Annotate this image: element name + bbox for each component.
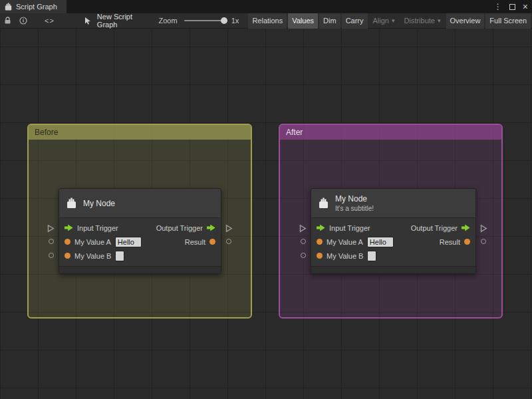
node-my-node-after[interactable]: My Node It's a subtitle! Input Trigger O… <box>311 188 476 274</box>
tab-title: Script Graph <box>16 3 57 11</box>
port-row: My Value A Result <box>311 235 475 249</box>
port-row: My Value B <box>59 249 221 263</box>
value-port-icon[interactable] <box>301 239 306 244</box>
port-row: Input Trigger Output Trigger <box>311 221 475 235</box>
close-icon[interactable]: × <box>523 0 528 13</box>
value-port-icon[interactable] <box>481 239 486 244</box>
group-after-header[interactable]: After <box>280 125 501 140</box>
value-port-dot[interactable] <box>317 239 323 245</box>
value-port-dot[interactable] <box>209 239 215 245</box>
value-port-dot[interactable] <box>464 239 470 245</box>
script-graph-window: Script Graph ⋮ × <> Ne <box>0 0 532 399</box>
toolbar-buttons: Relations Values Dim Carry Align ▾ Distr… <box>248 13 532 29</box>
relations-button[interactable]: Relations <box>248 13 287 29</box>
value-a-input[interactable] <box>367 237 394 247</box>
align-button[interactable]: Align ▾ <box>369 13 399 29</box>
value-a-input[interactable] <box>115 237 142 247</box>
trigger-in-arrow-icon[interactable] <box>317 224 325 231</box>
lock-icon[interactable] <box>4 17 11 25</box>
port-label: Output Trigger <box>156 224 203 232</box>
script-machine-icon <box>66 198 77 209</box>
chevron-down-icon: ▾ <box>392 17 395 24</box>
tab-script-graph[interactable]: Script Graph <box>0 0 66 13</box>
node-footer <box>311 266 475 273</box>
port-row: My Value A Result <box>59 235 221 249</box>
node-body: Input Trigger Output Trigger My Value A <box>311 218 475 266</box>
more-menu-icon[interactable]: ⋮ <box>494 0 502 13</box>
zoom-label: Zoom <box>159 17 178 25</box>
info-icon[interactable] <box>19 17 27 25</box>
script-machine-icon <box>318 198 329 209</box>
trigger-port-icon[interactable] <box>47 224 55 234</box>
port-label: Output Trigger <box>411 224 458 232</box>
value-port-dot[interactable] <box>65 253 70 259</box>
graph-toolbar: <> New Script Graph Zoom 1x Relations Va… <box>0 13 532 29</box>
fullscreen-button[interactable]: Full Screen <box>485 13 531 29</box>
value-port-dot[interactable] <box>65 239 70 245</box>
node-footer <box>59 266 221 273</box>
trigger-in-arrow-icon[interactable] <box>65 224 73 231</box>
pointer-icon <box>84 17 92 25</box>
zoom-slider[interactable] <box>184 17 227 25</box>
maximize-icon[interactable] <box>509 4 515 10</box>
trigger-port-icon[interactable] <box>225 224 233 234</box>
value-port-icon[interactable] <box>49 253 54 258</box>
port-label: Result <box>185 238 205 246</box>
port-label: My Value B <box>327 252 363 260</box>
code-icon[interactable]: <> <box>45 17 55 25</box>
port-label: My Value B <box>74 252 111 260</box>
script-graph-tab-icon <box>4 3 13 11</box>
zoom-value: 1x <box>231 17 239 25</box>
value-port-dot[interactable] <box>317 253 323 259</box>
overview-button[interactable]: Overview <box>446 13 485 29</box>
graph-canvas[interactable]: Before After My Node <box>0 29 532 399</box>
port-label: Result <box>440 238 460 246</box>
window-controls: ⋮ × <box>494 0 528 13</box>
node-header[interactable]: My Node <box>59 189 221 218</box>
group-before-title: Before <box>35 128 58 137</box>
dim-button[interactable]: Dim <box>319 13 340 29</box>
distribute-button[interactable]: Distribute ▾ <box>400 13 445 29</box>
port-label: My Value A <box>327 238 363 246</box>
port-label: Input Trigger <box>77 224 118 232</box>
value-b-input[interactable] <box>367 251 376 261</box>
node-body: Input Trigger Output Trigger My Value A <box>59 218 221 266</box>
port-label: My Value A <box>74 238 111 246</box>
zoom-slider-knob[interactable] <box>221 17 227 24</box>
chevron-down-icon: ▾ <box>438 17 441 24</box>
trigger-port-icon[interactable] <box>480 224 487 234</box>
node-title: My Node <box>83 199 115 208</box>
node-my-node-before[interactable]: My Node Input Trigger Output Trigger <box>59 188 221 274</box>
values-button[interactable]: Values <box>288 13 318 29</box>
value-port-icon[interactable] <box>226 239 231 244</box>
group-before-header[interactable]: Before <box>29 125 251 140</box>
port-label: Input Trigger <box>329 224 370 232</box>
trigger-out-arrow-icon[interactable] <box>207 224 215 231</box>
port-row: My Value B <box>311 249 475 263</box>
port-row: Input Trigger Output Trigger <box>59 221 221 235</box>
trigger-out-arrow-icon[interactable] <box>462 224 470 231</box>
tab-bar: Script Graph ⋮ × <box>0 0 532 13</box>
group-after-title: After <box>286 128 303 137</box>
value-b-input[interactable] <box>115 251 124 261</box>
trigger-port-icon[interactable] <box>299 224 307 234</box>
value-port-icon[interactable] <box>301 253 306 258</box>
node-subtitle: It's a subtitle! <box>335 205 374 212</box>
value-port-icon[interactable] <box>49 239 54 244</box>
node-title: My Node <box>335 194 374 203</box>
node-header[interactable]: My Node It's a subtitle! <box>311 189 475 218</box>
carry-button[interactable]: Carry <box>342 13 368 29</box>
breadcrumb-graph-name[interactable]: New Script Graph <box>97 13 144 29</box>
